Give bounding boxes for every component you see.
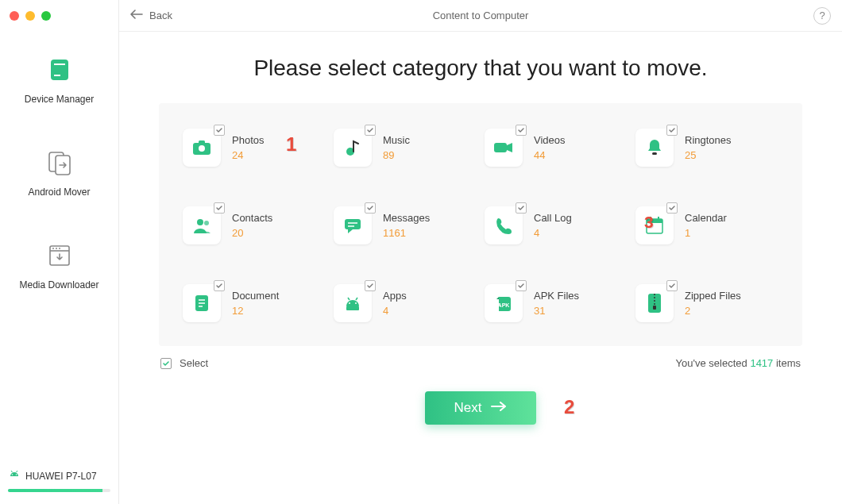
category-videos[interactable]: Videos 44 [485, 129, 628, 167]
annotation-1: 1 [286, 133, 296, 156]
category-count: 44 [534, 149, 566, 161]
checkbox-icon[interactable] [214, 202, 225, 214]
sidebar-item-android-mover[interactable]: Android Mover [0, 148, 118, 198]
category-label: Videos [534, 134, 566, 146]
window-controls [0, 0, 119, 32]
category-calendar[interactable]: 3 Calendar 1 [635, 206, 778, 244]
svg-point-34 [355, 302, 357, 304]
close-icon[interactable] [10, 11, 19, 21]
help-button[interactable]: ? [813, 7, 831, 25]
svg-rect-18 [494, 143, 507, 152]
svg-rect-1 [54, 63, 65, 65]
sidebar-item-label: Media Downloader [19, 279, 98, 290]
arrow-right-icon [491, 400, 507, 416]
category-count: 4 [534, 227, 572, 239]
next-row: Next 2 [159, 391, 802, 425]
maximize-icon[interactable] [41, 11, 51, 21]
category-count: 24 [232, 149, 264, 161]
category-zipped[interactable]: Zipped Files 2 [635, 284, 778, 322]
checkbox-icon[interactable] [214, 280, 225, 291]
category-messages[interactable]: Messages 1161 [334, 206, 477, 244]
help-icon: ? [819, 10, 825, 21]
checkbox-icon[interactable] [516, 202, 527, 214]
checkbox-icon[interactable] [365, 202, 376, 214]
category-label: Ringtones [685, 134, 732, 146]
svg-line-35 [348, 298, 350, 300]
checkbox-icon[interactable] [666, 202, 678, 214]
category-count: 31 [534, 305, 579, 317]
category-label: Calendar [685, 212, 727, 224]
svg-point-21 [204, 221, 209, 225]
category-count: 12 [232, 305, 279, 317]
back-label: Back [149, 10, 172, 21]
storage-fill [8, 489, 102, 492]
sidebar: Device Manager Android Mover Media Downl… [0, 0, 119, 504]
apk-icon: APK [485, 284, 523, 322]
category-count: 4 [383, 305, 407, 317]
category-label: Call Log [534, 212, 572, 224]
category-label: Music [383, 134, 410, 146]
svg-rect-22 [345, 219, 361, 229]
svg-point-9 [59, 248, 60, 249]
calendar-icon: 3 [635, 206, 674, 244]
category-apps[interactable]: Apps 4 [334, 284, 477, 322]
svg-line-13 [17, 471, 18, 472]
sidebar-item-device-manager[interactable]: Device Manager [0, 56, 118, 105]
category-photos[interactable]: Photos 24 1 [183, 129, 326, 167]
svg-point-16 [199, 145, 205, 152]
category-count: 1161 [383, 227, 430, 239]
main: Back Content to Computer ? Please select… [119, 0, 842, 504]
category-document[interactable]: Document 12 [183, 284, 326, 322]
next-button[interactable]: Next [425, 391, 536, 425]
svg-line-12 [11, 471, 13, 472]
device-name: HUAWEI P7-L07 [25, 471, 97, 482]
sidebar-item-label: Device Manager [25, 94, 94, 105]
annotation-3: 3 [644, 213, 654, 232]
svg-rect-15 [199, 140, 205, 144]
category-label: Zipped Files [685, 290, 741, 302]
videos-icon [485, 129, 523, 167]
next-label: Next [454, 400, 482, 416]
svg-text:APK: APK [498, 302, 510, 308]
svg-point-20 [197, 219, 203, 225]
back-button[interactable]: Back [130, 10, 172, 21]
category-contacts[interactable]: Contacts 20 [183, 206, 326, 244]
svg-rect-19 [652, 152, 657, 155]
svg-rect-37 [346, 306, 359, 310]
checkbox-icon[interactable] [516, 125, 527, 136]
minimize-icon[interactable] [25, 11, 35, 21]
checkbox-icon[interactable] [516, 280, 527, 291]
category-ringtones[interactable]: Ringtones 25 [635, 129, 778, 167]
category-calllog[interactable]: Call Log 4 [485, 206, 628, 244]
contacts-icon [183, 206, 221, 244]
sidebar-item-media-downloader[interactable]: Media Downloader [0, 241, 118, 290]
music-icon [334, 129, 372, 167]
checkbox-icon[interactable] [666, 125, 678, 136]
category-label: Apps [383, 290, 407, 302]
photos-icon [183, 129, 221, 167]
category-count: 25 [685, 149, 732, 161]
zipped-icon [635, 284, 674, 322]
category-apk[interactable]: APK APK Files 31 [485, 284, 628, 322]
headline: Please select category that you want to … [159, 56, 802, 81]
device-indicator[interactable]: HUAWEI P7-L07 [0, 460, 118, 504]
svg-rect-41 [653, 306, 656, 310]
checkbox-icon [160, 358, 172, 369]
ringtones-icon [635, 129, 674, 167]
category-music[interactable]: Music 89 [334, 129, 477, 167]
select-all-checkbox[interactable]: Select [160, 357, 208, 369]
media-downloader-icon [45, 241, 74, 270]
checkbox-icon[interactable] [214, 125, 225, 136]
android-icon [8, 468, 21, 484]
svg-point-8 [56, 248, 57, 249]
checkbox-icon[interactable] [365, 280, 376, 291]
checkbox-icon[interactable] [666, 280, 678, 291]
category-label: Document [232, 290, 279, 302]
back-arrow-icon [130, 10, 143, 21]
selected-summary: You've selected 1417 items [676, 357, 801, 369]
page-title: Content to Computer [119, 10, 842, 21]
bottom-row: Select You've selected 1417 items [159, 346, 802, 369]
category-count: 20 [232, 227, 272, 239]
category-count: 2 [685, 305, 741, 317]
checkbox-icon[interactable] [365, 125, 376, 136]
